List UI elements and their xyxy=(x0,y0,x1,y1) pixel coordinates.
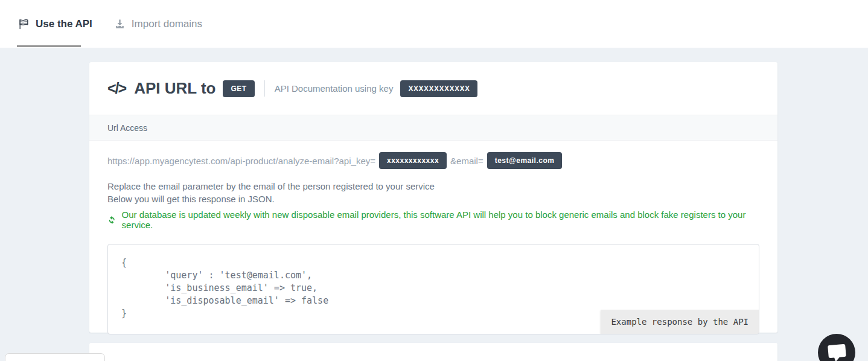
instructions: Replace the email parameter by the email… xyxy=(107,180,759,205)
email-value-badge: test@email.com xyxy=(487,152,563,169)
database-update-note: Our database is updated weekly with new … xyxy=(107,209,759,230)
sync-icon xyxy=(107,216,116,225)
secondary-card xyxy=(89,343,777,361)
download-icon xyxy=(114,18,126,30)
code-caption: Example response by the API xyxy=(601,310,759,334)
tab-import-domains[interactable]: Import domains xyxy=(114,18,202,30)
tab-use-the-api[interactable]: Use the API xyxy=(18,18,92,30)
http-method-badge: GET xyxy=(223,80,254,97)
code-line: { xyxy=(121,257,745,269)
header-divider xyxy=(264,80,265,97)
note-text: Our database is updated weekly with new … xyxy=(122,209,759,230)
active-tab-underline xyxy=(17,45,81,47)
api-key-value-badge: xxxxxxxxxxxx xyxy=(379,152,447,169)
chat-launcher-button[interactable] xyxy=(818,334,855,361)
tab-label: Import domains xyxy=(132,18,202,30)
bottom-left-panel xyxy=(5,353,105,361)
api-url-row: https://app.myagencytest.com/api-product… xyxy=(107,152,759,169)
code-icon: </> xyxy=(107,80,126,97)
code-line: 'is_business_email' => true, xyxy=(121,282,745,295)
instruction-line: Replace the email parameter by the email… xyxy=(107,180,759,193)
code-line: 'is_disposable_email' => false xyxy=(121,295,745,307)
tabs: Use the API Import domains xyxy=(0,0,868,48)
instruction-line: Below you will get this response in JSON… xyxy=(107,193,759,205)
card-body: https://app.myagencytest.com/api-product… xyxy=(89,152,777,334)
api-key-masked-badge: XXXXXXXXXXXX xyxy=(400,80,477,97)
api-url-base: https://app.myagencytest.com/api-product… xyxy=(107,156,375,166)
card-title: API URL to xyxy=(134,79,215,98)
api-url-card: </> API URL to GET API Documentation usi… xyxy=(89,62,777,333)
url-access-section-header: Url Access xyxy=(89,115,777,141)
top-tab-bar: Use the API Import domains xyxy=(0,0,868,48)
card-header: </> API URL to GET API Documentation usi… xyxy=(89,62,777,115)
email-param-label: &email= xyxy=(450,156,483,166)
section-label: Url Access xyxy=(107,123,147,133)
chat-bubble-icon xyxy=(828,343,846,357)
tab-label: Use the API xyxy=(36,18,92,30)
code-line: 'query' : 'test@email.com', xyxy=(121,269,745,282)
flag-icon xyxy=(18,18,30,30)
example-response-code-block: { 'query' : 'test@email.com', 'is_busine… xyxy=(107,244,759,334)
card-subtitle: API Documentation using key xyxy=(275,83,394,94)
